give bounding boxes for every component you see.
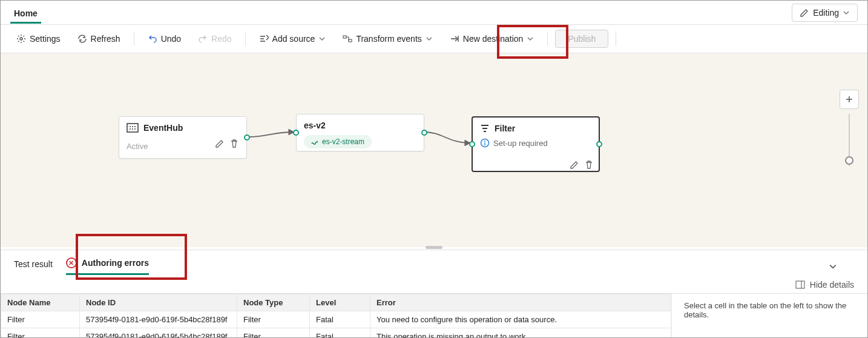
table-header-row: Node Name Node ID Node Type Level Error [1, 294, 671, 311]
col-node-id[interactable]: Node ID [80, 294, 237, 311]
chevron-down-icon [318, 35, 326, 42]
cell-level[interactable]: Fatal [310, 328, 370, 339]
zoom-thumb[interactable] [845, 156, 853, 165]
editing-mode-label: Editing [813, 8, 839, 18]
destination-label: New destination [463, 34, 524, 44]
cell-error[interactable]: You need to configure this operation or … [370, 311, 671, 328]
refresh-button[interactable]: Refresh [71, 30, 127, 47]
port-in[interactable] [293, 130, 299, 136]
detail-pane: Select a cell in the table on the left t… [671, 294, 867, 338]
publish-button[interactable]: Publish [555, 30, 608, 48]
col-level[interactable]: Level [310, 294, 370, 311]
table-row[interactable]: Filter573954f9-0181-e9d0-619f-5b4bc28f18… [1, 328, 671, 339]
stream-label: es-v2-stream [322, 138, 364, 146]
plus-icon [845, 95, 853, 104]
info-icon [480, 138, 490, 148]
port-out[interactable] [244, 134, 250, 141]
undo-button[interactable]: Undo [142, 30, 187, 47]
transform-label: Transform events [356, 34, 421, 44]
redo-label: Redo [211, 34, 231, 44]
separator [616, 31, 616, 46]
cell-node_name[interactable]: Filter [1, 328, 80, 339]
cell-error[interactable]: This operation is missing an output to w… [370, 328, 671, 339]
panel-icon [795, 280, 805, 289]
svg-point-8 [132, 128, 133, 130]
refresh-label: Refresh [91, 34, 120, 44]
chevron-down-icon [843, 9, 850, 16]
svg-point-6 [134, 126, 136, 127]
add-source-label: Add source [272, 34, 315, 44]
table-row[interactable]: Filter573954f9-0181-e9d0-619f-5b4bc28f18… [1, 311, 671, 328]
svg-rect-1 [343, 36, 346, 38]
add-source-button[interactable]: Add source [253, 30, 332, 47]
cell-node_id[interactable]: 573954f9-0181-e9d0-619f-5b4bc28f189f [80, 311, 237, 328]
node-eventhub-title: EventHub [143, 123, 183, 133]
tab-home[interactable]: Home [10, 4, 41, 24]
cell-level[interactable]: Fatal [310, 311, 370, 328]
port-out[interactable] [596, 141, 602, 147]
cell-node_name[interactable]: Filter [1, 311, 80, 328]
node-eventhub-status: Active [127, 142, 148, 151]
port-out[interactable] [421, 130, 427, 136]
pencil-icon [800, 8, 809, 18]
port-in[interactable] [469, 141, 475, 147]
canvas[interactable]: EventHub Active es-v2 es-v2-stream Filte… [1, 53, 867, 247]
undo-label: Undo [161, 34, 181, 44]
panel-splitter[interactable] [1, 247, 867, 250]
gear-icon [16, 34, 26, 44]
pencil-icon[interactable] [570, 160, 579, 170]
separator [547, 31, 548, 46]
separator [134, 31, 134, 46]
error-icon: ✕ [66, 257, 77, 268]
eventhub-icon [127, 123, 139, 133]
pencil-icon[interactable] [215, 139, 225, 148]
trash-icon[interactable] [584, 160, 594, 170]
errors-table: Node Name Node ID Node Type Level Error … [1, 294, 671, 338]
zoom-slider[interactable] [849, 114, 850, 166]
redo-icon [198, 34, 208, 44]
col-error[interactable]: Error [370, 294, 671, 311]
svg-point-0 [20, 38, 22, 40]
col-node-type[interactable]: Node Type [237, 294, 310, 311]
toolbar: Settings Refresh Undo Redo Add source Tr… [1, 25, 867, 53]
stream-icon [311, 138, 318, 145]
hide-details-button[interactable]: Hide details [795, 280, 854, 290]
node-filter[interactable]: Filter Set-up required [472, 116, 600, 172]
svg-point-7 [130, 128, 131, 130]
settings-button[interactable]: Settings [10, 30, 67, 47]
tab-authoring-errors[interactable]: ✕ Authoring errors [66, 257, 149, 275]
node-filter-title: Filter [495, 124, 515, 133]
svg-point-4 [130, 126, 131, 127]
svg-point-5 [132, 126, 133, 127]
svg-rect-12 [484, 142, 485, 145]
svg-rect-2 [349, 39, 352, 42]
col-node-name[interactable]: Node Name [1, 294, 80, 311]
separator [245, 31, 246, 46]
tab-authoring-errors-label: Authoring errors [82, 258, 149, 268]
chevron-down-icon [426, 35, 433, 42]
svg-point-9 [134, 128, 136, 130]
node-esv2-title: es-v2 [304, 121, 326, 130]
filter-icon [480, 124, 490, 133]
cell-node_type[interactable]: Filter [237, 328, 310, 339]
transform-events-button[interactable]: Transform events [337, 30, 438, 47]
redo-button[interactable]: Redo [192, 30, 237, 47]
node-esv2[interactable]: es-v2 es-v2-stream [296, 114, 424, 151]
svg-point-11 [484, 141, 485, 142]
svg-rect-15 [796, 281, 804, 288]
tab-test-result[interactable]: Test result [14, 259, 53, 274]
zoom-in-button[interactable] [840, 90, 859, 109]
chevron-down-icon[interactable] [829, 262, 837, 271]
chevron-down-icon [527, 35, 534, 42]
node-eventhub[interactable]: EventHub Active [119, 116, 247, 159]
editing-mode-dropdown[interactable]: Editing [792, 4, 858, 22]
stream-chip[interactable]: es-v2-stream [304, 135, 372, 148]
node-filter-status: Set-up required [493, 139, 548, 148]
cell-node_type[interactable]: Filter [237, 311, 310, 328]
add-source-icon [259, 34, 269, 44]
hide-details-label: Hide details [810, 280, 854, 290]
trash-icon[interactable] [229, 139, 239, 148]
new-destination-button[interactable]: New destination [444, 30, 541, 47]
undo-icon [148, 34, 157, 44]
cell-node_id[interactable]: 573954f9-0181-e9d0-619f-5b4bc28f189f [80, 328, 237, 339]
